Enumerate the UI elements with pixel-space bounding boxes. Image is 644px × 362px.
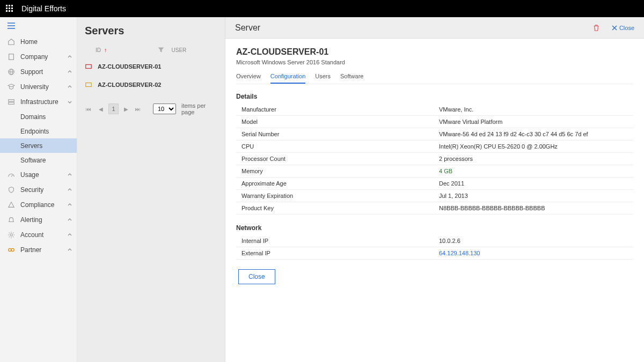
detail-tabs: Overview Configuration Users Software: [236, 71, 633, 84]
table-row: Internal IP10.0.2.6: [236, 235, 633, 247]
table-row: External IP64.129.148.130: [236, 247, 633, 260]
tab-software[interactable]: Software: [340, 71, 363, 84]
gear-icon: [8, 231, 15, 239]
detail-key: CPU: [236, 141, 435, 153]
network-section-title: Network: [236, 224, 633, 232]
nav-compliance[interactable]: Compliance: [0, 197, 77, 212]
col-user[interactable]: USER: [172, 47, 187, 53]
nav-support[interactable]: Support: [0, 64, 77, 79]
pager: ⏮ ◀ 1 ▶ ⏭ 10 items per page: [77, 94, 225, 124]
top-bar: Digital Efforts: [0, 0, 644, 17]
partner-icon: [8, 246, 15, 254]
nav-home[interactable]: Home: [0, 34, 77, 49]
detail-value: VMware-56 4d ed 24 13 f9 d2 4c-c3 30 c7 …: [435, 128, 633, 141]
svg-point-21: [10, 234, 12, 236]
tab-configuration[interactable]: Configuration: [270, 71, 305, 84]
pager-next[interactable]: ▶: [121, 104, 131, 114]
nav-partner[interactable]: Partner: [0, 242, 77, 257]
svg-line-20: [11, 175, 13, 177]
nav-label: University: [20, 83, 49, 91]
svg-rect-26: [86, 83, 92, 87]
svg-rect-8: [11, 10, 13, 12]
warning-icon: [8, 201, 15, 209]
detail-value: VMware, Inc.: [435, 104, 633, 116]
filter-icon[interactable]: [158, 47, 164, 53]
chevron-up-icon: [67, 217, 72, 223]
pager-label: items per page: [181, 102, 218, 115]
svg-rect-1: [9, 5, 10, 6]
pager-current[interactable]: 1: [108, 104, 119, 114]
svg-point-22: [9, 248, 11, 251]
nav-infrastructure[interactable]: Infrastructure: [0, 94, 77, 109]
table-row: Warranty ExpirationJul 1, 2013: [236, 190, 633, 202]
close-button[interactable]: Close: [238, 269, 275, 284]
detail-key: Approximate Age: [236, 178, 435, 190]
nav-label: Company: [20, 53, 48, 61]
nav-label: Partner: [20, 246, 41, 254]
detail-value: Intel(R) Xeon(R) CPU E5-2620 0 @ 2.00GHz: [435, 141, 633, 153]
chevron-up-icon: [67, 202, 72, 208]
pager-last[interactable]: ⏭: [133, 104, 143, 114]
nav-sub-label: Endpoints: [20, 128, 49, 135]
chevron-up-icon: [67, 187, 72, 193]
svg-rect-2: [11, 5, 13, 6]
detail-key: Manufacturer: [236, 104, 435, 116]
nav-label: Infrastructure: [20, 98, 58, 106]
server-name: AZ-CLOUDSERVER-02: [98, 82, 161, 88]
sort-asc-icon[interactable]: ↑: [104, 47, 107, 53]
close-link-label: Close: [619, 25, 634, 31]
svg-rect-7: [9, 10, 10, 12]
nav-servers[interactable]: Servers: [0, 138, 77, 153]
svg-rect-3: [6, 8, 8, 9]
nav-security[interactable]: Security: [0, 182, 77, 197]
detail-value: N8BBB-BBBBB-BBBBB-BBBBB-BBBBB: [435, 202, 633, 215]
sidebar: Home Company Support University Infrastr…: [0, 17, 77, 362]
svg-rect-6: [6, 10, 8, 12]
col-id[interactable]: ID: [96, 47, 101, 53]
close-link[interactable]: Close: [612, 25, 634, 31]
server-row[interactable]: AZ-CLOUDSERVER-01: [77, 57, 225, 76]
details-section-title: Details: [236, 93, 633, 100]
delete-button[interactable]: [592, 24, 600, 32]
home-icon: [8, 38, 15, 46]
nav-company[interactable]: Company: [0, 49, 77, 64]
detail-value: Dec 2011: [435, 178, 633, 190]
pager-size-select[interactable]: 10: [153, 104, 176, 114]
tab-users[interactable]: Users: [315, 71, 331, 84]
detail-pane-title: Server: [235, 23, 260, 33]
table-row: ManufacturerVMware, Inc.: [236, 104, 633, 116]
nav-university[interactable]: University: [0, 79, 77, 94]
pager-first[interactable]: ⏮: [84, 104, 94, 114]
pager-prev[interactable]: ◀: [96, 104, 106, 114]
server-row[interactable]: AZ-CLOUDSERVER-02: [77, 76, 225, 94]
nav-account[interactable]: Account: [0, 227, 77, 242]
svg-point-23: [11, 248, 14, 251]
chevron-up-icon: [67, 69, 72, 75]
nav-label: Alerting: [20, 216, 42, 224]
detail-value: Jul 1, 2013: [435, 190, 633, 202]
chevron-up-icon: [67, 54, 72, 60]
nav-usage[interactable]: Usage: [0, 167, 77, 182]
table-row: ModelVMware Virtual Platform: [236, 116, 633, 128]
detail-pane: Server Close AZ-CLOUDSERVER-01 Microsoft…: [225, 17, 644, 362]
network-table: Internal IP10.0.2.6 External IP64.129.14…: [236, 235, 633, 260]
svg-rect-4: [9, 8, 10, 9]
detail-value: 2 processors: [435, 153, 633, 165]
nav-software[interactable]: Software: [0, 153, 77, 167]
sidebar-toggle[interactable]: [0, 17, 77, 34]
gauge-icon: [8, 171, 15, 179]
table-row: Product KeyN8BBB-BBBBB-BBBBB-BBBBB-BBBBB: [236, 202, 633, 215]
detail-value: 10.0.2.6: [435, 235, 633, 247]
svg-rect-24: [86, 65, 92, 69]
server-title: AZ-CLOUDSERVER-01: [236, 47, 633, 57]
server-row-icon: [85, 63, 92, 70]
external-ip-link[interactable]: 64.129.148.130: [439, 250, 480, 256]
app-launcher-icon[interactable]: [5, 4, 14, 13]
nav-endpoints[interactable]: Endpoints: [0, 124, 77, 138]
detail-key: Internal IP: [236, 235, 435, 247]
tab-overview[interactable]: Overview: [236, 71, 261, 84]
servers-heading: Servers: [77, 23, 225, 43]
nav-domains[interactable]: Domains: [0, 109, 77, 124]
server-subtitle: Microsoft Windows Server 2016 Standard: [236, 59, 633, 65]
nav-alerting[interactable]: Alerting: [0, 212, 77, 227]
